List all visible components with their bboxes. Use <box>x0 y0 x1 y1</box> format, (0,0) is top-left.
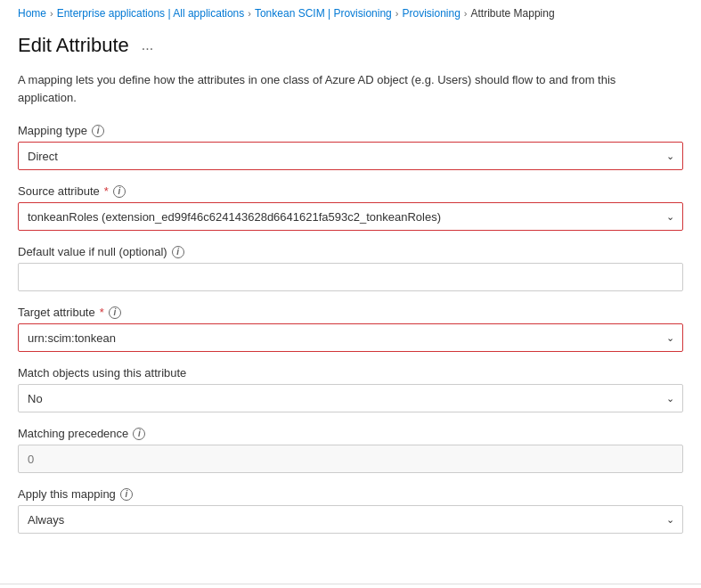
source-attribute-select[interactable]: tonkeanRoles (extension_ed99f46c62414362… <box>18 202 683 231</box>
apply-mapping-label-text: Apply this mapping <box>18 487 116 501</box>
ellipsis-button[interactable]: ... <box>136 36 159 55</box>
source-attribute-wrapper: tonkeanRoles (extension_ed99f46c62414362… <box>18 202 683 231</box>
matching-precedence-input[interactable] <box>18 445 683 473</box>
default-value-input[interactable] <box>18 263 683 291</box>
footer-divider <box>0 584 701 584</box>
page-content: Edit Attribute ... A mapping lets you de… <box>0 25 701 566</box>
target-attribute-info-icon[interactable]: i <box>109 306 121 319</box>
apply-mapping-wrapper: Always Only during object creation Only … <box>18 505 683 534</box>
target-attribute-group: Target attribute * i urn:scim:tonkean ⌄ <box>18 306 683 352</box>
match-objects-select[interactable]: No Yes <box>18 384 683 412</box>
breadcrumb-provisioning[interactable]: Provisioning <box>402 7 460 20</box>
target-attribute-label: Target attribute * i <box>18 306 683 319</box>
apply-mapping-group: Apply this mapping i Always Only during … <box>18 487 683 534</box>
target-attribute-wrapper: urn:scim:tonkean ⌄ <box>18 323 683 352</box>
breadcrumb-sep-4: › <box>464 8 468 19</box>
apply-mapping-select[interactable]: Always Only during object creation Only … <box>18 505 683 534</box>
mapping-type-label: Mapping type i <box>18 124 683 137</box>
default-value-label: Default value if null (optional) i <box>18 245 683 258</box>
match-objects-label-text: Match objects using this attribute <box>18 366 186 380</box>
page-title: Edit Attribute <box>18 34 129 57</box>
matching-precedence-group: Matching precedence i <box>18 427 683 473</box>
source-attribute-label: Source attribute * i <box>18 184 683 198</box>
breadcrumb-sep-2: › <box>248 8 251 19</box>
source-attribute-required: * <box>104 184 109 198</box>
page-header: Edit Attribute ... <box>18 34 683 57</box>
mapping-type-info-icon[interactable]: i <box>92 125 104 137</box>
page-description: A mapping lets you define how the attrib… <box>18 71 641 106</box>
match-objects-wrapper: No Yes ⌄ <box>18 384 683 412</box>
matching-precedence-label: Matching precedence i <box>18 427 683 440</box>
match-objects-group: Match objects using this attribute No Ye… <box>18 366 683 412</box>
mapping-type-wrapper: Direct Expression Constant ⌄ <box>18 142 683 170</box>
breadcrumb-sep-3: › <box>395 8 399 19</box>
breadcrumb-home[interactable]: Home <box>18 7 46 20</box>
target-attribute-required: * <box>100 306 104 319</box>
matching-precedence-info-icon[interactable]: i <box>133 428 145 440</box>
breadcrumb-enterprise-apps[interactable]: Enterprise applications | All applicatio… <box>57 7 245 20</box>
mapping-type-select[interactable]: Direct Expression Constant <box>18 142 683 170</box>
target-attribute-select[interactable]: urn:scim:tonkean <box>18 323 683 352</box>
apply-mapping-label: Apply this mapping i <box>18 487 683 501</box>
breadcrumb-attribute-mapping: Attribute Mapping <box>471 7 555 20</box>
default-value-info-icon[interactable]: i <box>172 246 184 258</box>
breadcrumb-sep-1: › <box>50 8 53 19</box>
breadcrumb: Home › Enterprise applications | All app… <box>0 0 701 25</box>
apply-mapping-info-icon[interactable]: i <box>120 488 133 501</box>
target-attribute-label-text: Target attribute <box>18 306 95 319</box>
default-value-group: Default value if null (optional) i <box>18 245 683 291</box>
source-attribute-label-text: Source attribute <box>18 184 100 198</box>
default-value-label-text: Default value if null (optional) <box>18 245 167 258</box>
breadcrumb-tonkean-scim[interactable]: Tonkean SCIM | Provisioning <box>255 7 392 20</box>
matching-precedence-label-text: Matching precedence <box>18 427 128 440</box>
match-objects-label: Match objects using this attribute <box>18 366 683 380</box>
source-attribute-group: Source attribute * i tonkeanRoles (exten… <box>18 184 683 231</box>
source-attribute-info-icon[interactable]: i <box>113 185 126 198</box>
mapping-type-group: Mapping type i Direct Expression Constan… <box>18 124 683 170</box>
mapping-type-label-text: Mapping type <box>18 124 87 137</box>
